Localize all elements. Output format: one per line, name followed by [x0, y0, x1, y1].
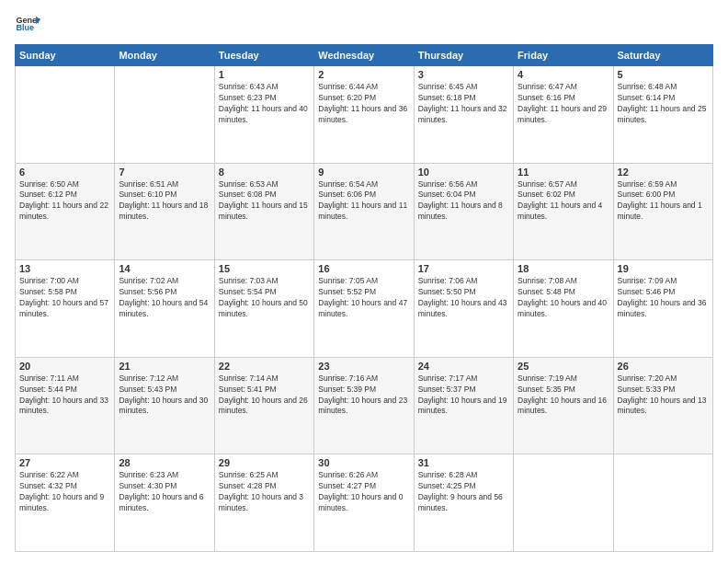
day-info: Sunrise: 7:12 AMSunset: 5:43 PMDaylight:…	[119, 373, 210, 418]
weekday-header: Wednesday	[314, 45, 414, 66]
day-number: 23	[318, 361, 409, 372]
day-number: 16	[318, 263, 409, 274]
day-info: Sunrise: 7:00 AMSunset: 5:58 PMDaylight:…	[19, 276, 110, 320]
calendar-day-cell: 17Sunrise: 7:06 AMSunset: 5:50 PMDayligh…	[414, 260, 513, 358]
day-info: Sunrise: 6:44 AMSunset: 6:20 PMDaylight:…	[318, 82, 409, 126]
day-number: 26	[618, 361, 709, 372]
calendar-week-row: 20Sunrise: 7:11 AMSunset: 5:44 PMDayligh…	[16, 357, 713, 454]
calendar-day-cell: 27Sunrise: 6:22 AMSunset: 4:32 PMDayligh…	[16, 454, 115, 552]
day-info: Sunrise: 7:03 AMSunset: 5:54 PMDaylight:…	[219, 276, 310, 320]
day-info: Sunrise: 7:20 AMSunset: 5:33 PMDaylight:…	[618, 373, 709, 418]
calendar-day-cell: 21Sunrise: 7:12 AMSunset: 5:43 PMDayligh…	[115, 357, 214, 454]
calendar-week-row: 27Sunrise: 6:22 AMSunset: 4:32 PMDayligh…	[16, 454, 713, 552]
day-info: Sunrise: 7:16 AMSunset: 5:39 PMDaylight:…	[318, 373, 409, 418]
day-info: Sunrise: 6:50 AMSunset: 6:12 PMDaylight:…	[19, 179, 110, 224]
day-info: Sunrise: 7:06 AMSunset: 5:50 PMDaylight:…	[418, 276, 509, 320]
day-number: 27	[19, 457, 110, 468]
calendar-day-cell: 6Sunrise: 6:50 AMSunset: 6:12 PMDaylight…	[16, 163, 115, 260]
day-info: Sunrise: 6:25 AMSunset: 4:28 PMDaylight:…	[219, 470, 310, 514]
day-number: 8	[219, 167, 310, 178]
calendar-day-cell	[514, 454, 613, 552]
day-info: Sunrise: 7:09 AMSunset: 5:46 PMDaylight:…	[618, 276, 709, 320]
calendar-day-cell: 15Sunrise: 7:03 AMSunset: 5:54 PMDayligh…	[214, 260, 313, 358]
day-info: Sunrise: 6:23 AMSunset: 4:30 PMDaylight:…	[119, 470, 210, 514]
day-number: 6	[19, 167, 110, 178]
calendar-day-cell: 1Sunrise: 6:43 AMSunset: 6:23 PMDaylight…	[214, 66, 313, 164]
calendar-day-cell: 5Sunrise: 6:48 AMSunset: 6:14 PMDaylight…	[613, 66, 712, 164]
calendar-day-cell	[16, 66, 115, 164]
day-number: 18	[518, 263, 609, 274]
weekday-header: Sunday	[16, 45, 115, 66]
calendar-day-cell: 25Sunrise: 7:19 AMSunset: 5:35 PMDayligh…	[514, 357, 613, 454]
day-number: 31	[418, 457, 509, 468]
header: General Blue	[15, 11, 713, 37]
day-number: 1	[219, 69, 310, 80]
day-number: 19	[618, 263, 709, 274]
day-info: Sunrise: 6:26 AMSunset: 4:27 PMDaylight:…	[318, 470, 409, 514]
day-info: Sunrise: 7:08 AMSunset: 5:48 PMDaylight:…	[518, 276, 609, 320]
calendar-day-cell: 10Sunrise: 6:56 AMSunset: 6:04 PMDayligh…	[414, 163, 513, 260]
calendar-day-cell: 22Sunrise: 7:14 AMSunset: 5:41 PMDayligh…	[214, 357, 313, 454]
calendar-day-cell: 24Sunrise: 7:17 AMSunset: 5:37 PMDayligh…	[414, 357, 513, 454]
day-number: 7	[119, 167, 210, 178]
weekday-header: Monday	[115, 45, 214, 66]
day-number: 4	[518, 69, 609, 80]
day-number: 24	[418, 361, 509, 372]
weekday-header: Saturday	[613, 45, 712, 66]
day-info: Sunrise: 6:54 AMSunset: 6:06 PMDaylight:…	[318, 179, 409, 224]
day-number: 9	[318, 167, 409, 178]
calendar-day-cell: 30Sunrise: 6:26 AMSunset: 4:27 PMDayligh…	[314, 454, 414, 552]
weekday-header: Tuesday	[214, 45, 313, 66]
calendar-day-cell: 28Sunrise: 6:23 AMSunset: 4:30 PMDayligh…	[115, 454, 214, 552]
calendar-day-cell	[613, 454, 712, 552]
logo-icon: General Blue	[15, 11, 40, 37]
day-number: 20	[19, 361, 110, 372]
page: General Blue SundayMondayTuesdayWednesda…	[0, 0, 728, 563]
day-info: Sunrise: 6:48 AMSunset: 6:14 PMDaylight:…	[618, 82, 709, 126]
calendar-week-row: 1Sunrise: 6:43 AMSunset: 6:23 PMDaylight…	[16, 66, 713, 164]
calendar-day-cell: 26Sunrise: 7:20 AMSunset: 5:33 PMDayligh…	[613, 357, 712, 454]
day-number: 14	[119, 263, 210, 274]
weekday-header-row: SundayMondayTuesdayWednesdayThursdayFrid…	[16, 45, 713, 66]
day-info: Sunrise: 7:14 AMSunset: 5:41 PMDaylight:…	[219, 373, 310, 418]
calendar-week-row: 13Sunrise: 7:00 AMSunset: 5:58 PMDayligh…	[16, 260, 713, 358]
calendar-day-cell: 29Sunrise: 6:25 AMSunset: 4:28 PMDayligh…	[214, 454, 313, 552]
day-number: 12	[618, 167, 709, 178]
calendar-week-row: 6Sunrise: 6:50 AMSunset: 6:12 PMDaylight…	[16, 163, 713, 260]
calendar-table: SundayMondayTuesdayWednesdayThursdayFrid…	[15, 44, 713, 552]
calendar-day-cell: 19Sunrise: 7:09 AMSunset: 5:46 PMDayligh…	[613, 260, 712, 358]
calendar-day-cell	[115, 66, 214, 164]
calendar-day-cell: 8Sunrise: 6:53 AMSunset: 6:08 PMDaylight…	[214, 163, 313, 260]
calendar-day-cell: 4Sunrise: 6:47 AMSunset: 6:16 PMDaylight…	[514, 66, 613, 164]
calendar-day-cell: 31Sunrise: 6:28 AMSunset: 4:25 PMDayligh…	[414, 454, 513, 552]
day-number: 2	[318, 69, 409, 80]
day-number: 25	[518, 361, 609, 372]
day-info: Sunrise: 6:28 AMSunset: 4:25 PMDaylight:…	[418, 470, 509, 514]
day-info: Sunrise: 7:17 AMSunset: 5:37 PMDaylight:…	[418, 373, 509, 418]
weekday-header: Friday	[514, 45, 613, 66]
day-info: Sunrise: 6:51 AMSunset: 6:10 PMDaylight:…	[119, 179, 210, 224]
day-info: Sunrise: 7:05 AMSunset: 5:52 PMDaylight:…	[318, 276, 409, 320]
day-number: 11	[518, 167, 609, 178]
day-number: 22	[219, 361, 310, 372]
day-number: 30	[318, 457, 409, 468]
day-number: 28	[119, 457, 210, 468]
day-number: 17	[418, 263, 509, 274]
day-number: 10	[418, 167, 509, 178]
day-number: 3	[418, 69, 509, 80]
calendar-day-cell: 3Sunrise: 6:45 AMSunset: 6:18 PMDaylight…	[414, 66, 513, 164]
calendar-day-cell: 13Sunrise: 7:00 AMSunset: 5:58 PMDayligh…	[16, 260, 115, 358]
day-number: 21	[119, 361, 210, 372]
day-info: Sunrise: 7:19 AMSunset: 5:35 PMDaylight:…	[518, 373, 609, 418]
day-info: Sunrise: 6:56 AMSunset: 6:04 PMDaylight:…	[418, 179, 509, 224]
day-info: Sunrise: 6:57 AMSunset: 6:02 PMDaylight:…	[518, 179, 609, 224]
day-number: 13	[19, 263, 110, 274]
calendar-day-cell: 2Sunrise: 6:44 AMSunset: 6:20 PMDaylight…	[314, 66, 414, 164]
day-info: Sunrise: 7:11 AMSunset: 5:44 PMDaylight:…	[19, 373, 110, 418]
day-info: Sunrise: 6:43 AMSunset: 6:23 PMDaylight:…	[219, 82, 310, 126]
calendar-day-cell: 14Sunrise: 7:02 AMSunset: 5:56 PMDayligh…	[115, 260, 214, 358]
calendar-day-cell: 7Sunrise: 6:51 AMSunset: 6:10 PMDaylight…	[115, 163, 214, 260]
calendar-day-cell: 12Sunrise: 6:59 AMSunset: 6:00 PMDayligh…	[613, 163, 712, 260]
day-info: Sunrise: 6:47 AMSunset: 6:16 PMDaylight:…	[518, 82, 609, 126]
day-number: 5	[618, 69, 709, 80]
